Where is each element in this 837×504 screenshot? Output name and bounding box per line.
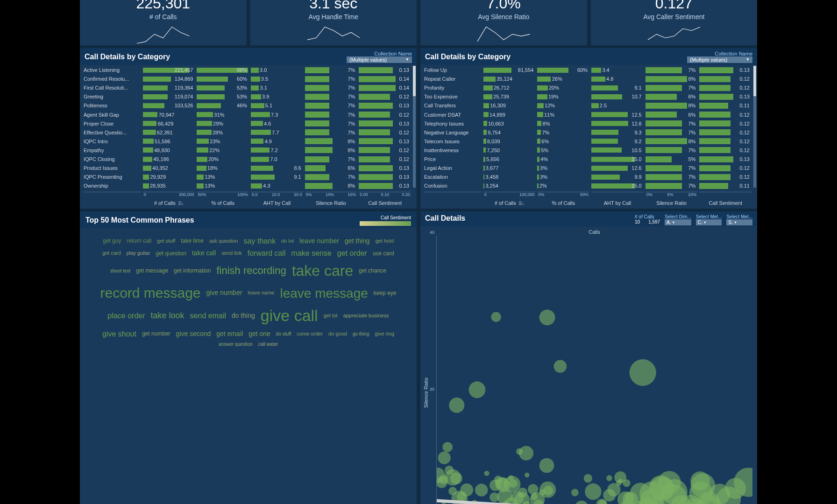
- word[interactable]: return call: [127, 237, 152, 245]
- category-row[interactable]: IQPC Intro: [84, 137, 141, 146]
- word[interactable]: say thank: [244, 236, 276, 246]
- category-row[interactable]: Escalation: [424, 173, 482, 182]
- word[interactable]: use card: [373, 250, 394, 258]
- word[interactable]: make sense: [291, 248, 332, 259]
- word[interactable]: do stuff: [276, 331, 291, 337]
- sort-icon[interactable]: ☰↓: [518, 201, 525, 206]
- category-row[interactable]: Confirmed Resolu...: [84, 75, 141, 84]
- word[interactable]: give call: [261, 305, 318, 327]
- category-body: Active ListeningConfirmed Resolu...First…: [80, 65, 417, 209]
- word[interactable]: play guitar: [127, 250, 150, 257]
- word[interactable]: get number: [142, 330, 170, 338]
- word[interactable]: place order: [108, 311, 145, 321]
- word[interactable]: send link: [221, 250, 241, 257]
- category-row[interactable]: Confusion: [424, 182, 482, 190]
- word[interactable]: take look: [151, 310, 184, 322]
- svg-point-210: [623, 479, 630, 487]
- kpi-label: Avg Caller Sentiment: [596, 13, 753, 21]
- category-row[interactable]: Telephony Issues: [424, 119, 482, 128]
- category-row[interactable]: Telecom Issues: [424, 137, 482, 146]
- category-row[interactable]: Call Transfers: [424, 101, 482, 110]
- word[interactable]: shoot text: [110, 268, 130, 274]
- plot-wrap: Calls 0.00200.00400.00600.00800.001,000.…: [436, 228, 752, 504]
- collection-dropdown[interactable]: (Multiple values): [687, 56, 752, 63]
- category-row[interactable]: Customer DSAT: [424, 110, 482, 119]
- category-row[interactable]: Legal Action: [424, 164, 482, 173]
- word[interactable]: get lot: [324, 312, 338, 319]
- category-row[interactable]: IQPC Closing: [84, 154, 141, 163]
- word[interactable]: call water: [258, 341, 278, 348]
- word[interactable]: answer question: [219, 341, 253, 348]
- word[interactable]: get hold: [376, 238, 394, 245]
- word[interactable]: go thing: [353, 331, 369, 337]
- word[interactable]: get chance: [359, 267, 386, 275]
- category-row[interactable]: Inattentiveness: [424, 146, 482, 154]
- word[interactable]: get question: [156, 250, 186, 258]
- word[interactable]: do thing: [232, 311, 255, 321]
- category-row[interactable]: Agent Skill Gap: [84, 110, 141, 119]
- svg-point-153: [448, 487, 457, 495]
- word[interactable]: give number: [206, 288, 242, 298]
- word[interactable]: finish recording: [216, 264, 286, 278]
- category-row[interactable]: Empathy: [84, 146, 141, 154]
- category-row[interactable]: Profanity: [424, 84, 482, 92]
- word[interactable]: get stuff: [157, 238, 175, 245]
- word[interactable]: get thing: [345, 237, 370, 246]
- scrollbar[interactable]: [413, 66, 416, 188]
- word[interactable]: leave name: [248, 289, 275, 296]
- word[interactable]: take call: [192, 249, 216, 258]
- category-row[interactable]: Politeness: [84, 101, 141, 110]
- word[interactable]: get order: [337, 248, 367, 259]
- plot-area[interactable]: [436, 236, 752, 504]
- word[interactable]: leave message: [280, 284, 368, 302]
- category-row[interactable]: Active Listening: [84, 66, 141, 75]
- sort-icon[interactable]: ☰↓: [178, 201, 184, 206]
- svg-point-179: [584, 474, 592, 482]
- word[interactable]: come order: [297, 330, 323, 337]
- word[interactable]: ask question: [209, 238, 238, 245]
- category-row[interactable]: Negative Language: [424, 128, 482, 137]
- select-dim-dd[interactable]: A.: [665, 219, 691, 225]
- word[interactable]: give shout: [102, 329, 136, 339]
- word[interactable]: take care: [292, 260, 354, 281]
- bottom-row: Top 50 Most Common Phrases Call Sentimen…: [80, 209, 757, 504]
- category-row[interactable]: IQPC Presenting: [84, 173, 141, 182]
- category-row[interactable]: Effective Questio...: [84, 128, 141, 137]
- category-row[interactable]: Greeting: [84, 92, 141, 101]
- svg-point-175: [484, 470, 489, 476]
- category-row[interactable]: Price: [424, 154, 482, 163]
- category-header: Call Details by Category Collection Name…: [80, 48, 417, 65]
- word[interactable]: leave number: [299, 237, 339, 246]
- category-row[interactable]: Follow Up: [424, 66, 482, 75]
- word[interactable]: give ring: [375, 330, 394, 337]
- word[interactable]: get guy: [103, 237, 121, 245]
- wordcloud[interactable]: get guyreturn callget stufftake timeask …: [80, 228, 417, 357]
- category-row[interactable]: Proper Close: [84, 119, 141, 128]
- word[interactable]: appreciate business: [343, 312, 389, 319]
- col-aht: 3.03.53.13.95.17.34.67.74.97.27.08.69.14…: [250, 65, 304, 209]
- word[interactable]: get information: [174, 267, 211, 275]
- word[interactable]: get card: [102, 250, 121, 257]
- collection-dropdown[interactable]: (Multiple values): [347, 56, 412, 63]
- category-row[interactable]: Too Expensive: [424, 92, 482, 101]
- svg-point-184: [691, 473, 715, 497]
- word[interactable]: take time: [181, 237, 204, 245]
- word[interactable]: give second: [176, 329, 211, 339]
- word[interactable]: get email: [216, 329, 243, 339]
- category-row[interactable]: Repeat Caller: [424, 75, 482, 84]
- word[interactable]: do lot: [281, 238, 294, 245]
- word[interactable]: record message: [100, 283, 200, 303]
- word[interactable]: keep eye: [374, 289, 397, 297]
- category-row[interactable]: Product Issues: [84, 164, 141, 173]
- svg-point-165: [525, 472, 529, 477]
- word[interactable]: forward call: [248, 248, 286, 259]
- scrollbar[interactable]: [753, 66, 756, 188]
- select-met2-dd[interactable]: S.: [726, 219, 752, 225]
- category-row[interactable]: First Call Resoluti...: [84, 84, 141, 92]
- word[interactable]: do good: [328, 330, 347, 337]
- category-row[interactable]: Ownership: [84, 182, 141, 190]
- select-met1-dd[interactable]: C.: [696, 219, 722, 225]
- word[interactable]: send email: [190, 311, 226, 321]
- word[interactable]: get message: [136, 267, 168, 275]
- word[interactable]: get one: [248, 329, 270, 339]
